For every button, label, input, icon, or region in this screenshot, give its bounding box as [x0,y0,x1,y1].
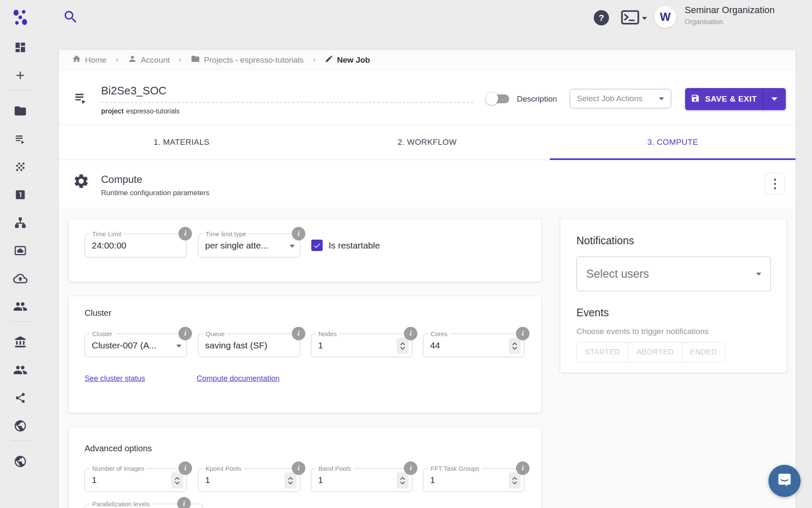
flowchart-icon [14,216,27,231]
gear-icon [73,173,90,191]
cores-field[interactable]: Cores 44 i [423,334,524,357]
cluster-status-link[interactable]: See cluster status [85,374,145,383]
event-started-button[interactable]: STARTED [576,342,628,362]
field-value: saving fast (SF) [205,340,267,351]
field-label: Cores [428,330,450,337]
sidebar-item-media[interactable] [14,245,27,258]
breadcrumb-projects[interactable]: Projects - espresso-tutorials [191,54,303,66]
sidebar-item-team[interactable] [13,301,27,314]
sidebar-item-dashboard[interactable] [14,42,27,55]
help-button[interactable]: ? [594,10,609,25]
save-exit-button[interactable]: SAVE & EXIT [685,88,763,110]
band-pools-field[interactable]: Band Pools 1 i [311,468,412,492]
project-label: project [101,108,123,115]
checkbox-label: Is restartable [329,240,380,251]
save-menu-button[interactable] [763,88,786,110]
sidebar-item-projects[interactable] [14,105,27,118]
chevron-right-icon [114,57,121,64]
sidebar-item-more[interactable] [14,456,27,469]
field-value: 24:00:00 [92,240,126,251]
info-icon[interactable]: i [292,461,305,475]
breadcrumb-account[interactable]: Account [128,54,170,66]
chevron-right-icon [177,57,184,64]
console-menu-button[interactable] [621,11,647,25]
organization-name: Seminar Organization [685,5,775,16]
fft-task-groups-field[interactable]: FFT Task Groups 1 i [423,468,524,492]
chat-launcher-button[interactable] [768,465,801,497]
brand-logo[interactable] [11,8,29,26]
field-label: Nodes [316,330,339,337]
info-icon[interactable]: i [178,327,192,340]
save-icon [691,94,700,105]
number-stepper[interactable] [509,338,521,354]
globe-icon [14,455,27,470]
app-window: ? W Seminar Organization Organisation [0,0,812,508]
info-icon[interactable]: i [404,327,417,340]
number-stepper[interactable] [397,472,409,489]
time-limit-type-field[interactable]: Time limit type per single atte... i [198,234,300,257]
tab-compute[interactable]: 3. COMPUTE [550,125,796,160]
chevron-down-icon [771,97,777,101]
time-limit-field[interactable]: Time Limit 24:00:00 i [85,234,187,257]
job-actions-select[interactable]: Select Job Actions [570,89,671,108]
organization-switcher[interactable]: Seminar Organization Organisation [685,5,775,26]
info-icon[interactable]: i [177,497,191,508]
breadcrumb-home[interactable]: Home [72,54,107,66]
parallelization-levels-field[interactable]: Parallelization levels i [85,504,203,508]
info-icon[interactable]: i [516,461,529,475]
sidebar-item-share[interactable] [14,392,26,405]
home-icon [72,54,81,66]
sidebar-item-jobs[interactable] [14,133,27,146]
info-icon[interactable]: i [404,461,417,475]
breadcrumb-label: Home [85,55,107,65]
sidebar-item-materials[interactable] [14,161,27,174]
event-aborted-button[interactable]: ABORTED [628,342,682,362]
job-title[interactable]: Bi2Se3_SOC [101,84,167,97]
nodes-field[interactable]: Nodes 1 i [311,334,412,357]
sidebar-item-web[interactable] [14,420,27,433]
info-icon[interactable]: i [178,227,192,240]
share-icon [14,392,26,406]
info-icon[interactable]: i [292,227,305,240]
tab-workflow[interactable]: 2. WORKFLOW [304,125,550,160]
number-stepper[interactable] [397,338,409,354]
sidebar-item-uploads[interactable] [13,273,27,286]
info-icon[interactable]: i [516,327,529,340]
grain-dots-icon [14,160,27,175]
cluster-field[interactable]: Cluster Cluster-007 (A... i [85,334,187,357]
number-stepper[interactable] [171,472,183,489]
number-of-images-field[interactable]: Number of Images 1 i [85,468,187,492]
sidebar-item-community[interactable] [13,364,27,377]
info-icon[interactable]: i [178,461,192,475]
tab-materials[interactable]: 1. MATERIALS [59,125,304,160]
number-stepper[interactable] [509,472,521,489]
sidebar-item-institution[interactable] [14,337,27,349]
sidebar-item-create[interactable] [14,70,27,83]
event-ended-button[interactable]: ENDED [682,342,726,362]
info-icon[interactable]: i [292,327,305,340]
field-label: Time Limit [90,230,124,237]
field-value: 1 [92,475,97,485]
section-menu-button[interactable] [765,173,785,195]
user-avatar[interactable]: W [654,6,676,28]
description-toggle[interactable] [486,92,513,105]
chevron-right-icon [311,57,318,64]
breadcrumb-new-job[interactable]: New Job [325,55,370,65]
job-header: Bi2Se3_SOC projectespresso-tutorials Des… [59,70,796,125]
kpoint-pools-field[interactable]: Kpoint Pools 1 i [198,468,300,492]
is-restartable-checkbox[interactable]: Is restartable [311,240,380,251]
compute-docs-link[interactable]: Compute documentation [197,374,280,383]
sidebar-divider [11,321,30,322]
avatar-letter: W [660,11,670,24]
wizard-tabs: 1. MATERIALS 2. WORKFLOW 3. COMPUTE [59,125,796,160]
search-button[interactable] [63,9,79,25]
advanced-heading: Advanced options [85,444,152,453]
field-value: 1 [318,475,323,485]
sidebar-item-workflows[interactable] [14,217,27,230]
breadcrumb: Home Account Projects - espresso-tutoria… [59,50,796,70]
dashboard-icon [14,41,27,55]
sidebar-item-bank[interactable] [14,189,26,202]
queue-field[interactable]: Queue saving fast (SF) i [198,334,300,357]
number-stepper[interactable] [285,472,296,489]
select-users-dropdown[interactable]: Select users [576,257,771,291]
